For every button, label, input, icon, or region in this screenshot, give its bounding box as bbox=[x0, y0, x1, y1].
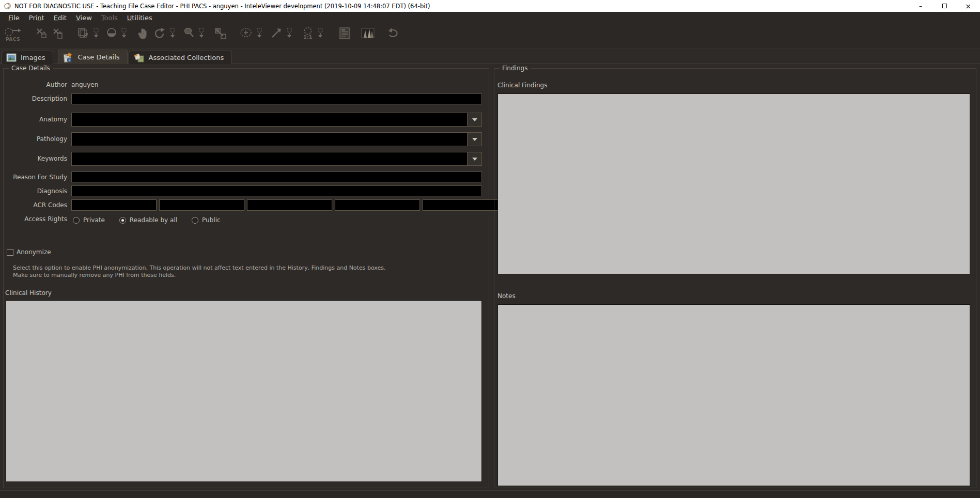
access-rights-label: Access Rights bbox=[5, 215, 67, 223]
associated-collections-tab-icon bbox=[133, 53, 145, 63]
case-details-group-title: Case Details bbox=[9, 65, 53, 72]
clinical-findings-textarea[interactable] bbox=[497, 94, 970, 274]
content-area: Case Details Author anguyen Description … bbox=[0, 64, 980, 498]
menu-print[interactable]: Print bbox=[24, 13, 49, 23]
tab-bar: Images i Case Details Associated Collect… bbox=[0, 49, 980, 64]
send-to-pacs-icon: PACS bbox=[3, 27, 23, 42]
pan-tool-icon bbox=[136, 27, 149, 40]
menu-tools: Tools bbox=[97, 13, 122, 23]
keywords-input[interactable] bbox=[72, 152, 467, 165]
tab-images-label: Images bbox=[21, 54, 45, 61]
resize-image-icon bbox=[214, 27, 227, 40]
anatomy-label: Anatomy bbox=[5, 116, 67, 123]
access-public-option[interactable]: Public bbox=[192, 216, 221, 224]
acr-code-input-4[interactable] bbox=[335, 199, 420, 211]
menu-edit[interactable]: Edit bbox=[49, 13, 71, 23]
app-icon bbox=[4, 2, 11, 10]
magnify-dropdown-icon bbox=[197, 27, 206, 40]
window-title: NOT FOR DIAGNOSTIC USE - Teaching File C… bbox=[14, 3, 909, 10]
access-public-label: Public bbox=[202, 216, 221, 224]
window-level-dropdown-icon bbox=[120, 27, 128, 40]
reason-for-study-label: Reason For Study bbox=[5, 174, 67, 181]
anonymize-help-text: Select this option to enable PHI anonymi… bbox=[13, 264, 397, 278]
keywords-combobox[interactable] bbox=[71, 152, 482, 166]
close-all-studies-icon bbox=[52, 27, 64, 40]
author-label: Author bbox=[5, 81, 67, 88]
anatomy-combobox[interactable] bbox=[71, 113, 482, 127]
actual-size-icon: 1:1 bbox=[302, 27, 314, 40]
clinical-history-textarea[interactable] bbox=[6, 300, 482, 482]
description-input[interactable] bbox=[71, 94, 482, 104]
access-readable-label: Readable by all bbox=[130, 216, 177, 224]
refresh-dropdown-icon bbox=[168, 27, 177, 40]
clinical-findings-label: Clinical Findings bbox=[497, 82, 547, 89]
magnify-icon bbox=[183, 27, 195, 40]
acr-code-input-1[interactable] bbox=[71, 199, 157, 211]
chevron-down-icon bbox=[472, 158, 477, 161]
access-rights-options: Private Readable by all Public bbox=[73, 216, 221, 224]
images-tab-icon bbox=[6, 53, 17, 62]
anonymize-label: Anonymize bbox=[17, 248, 51, 256]
acr-codes-row bbox=[71, 199, 482, 211]
description-label: Description bbox=[5, 95, 67, 102]
radio-button-readable-by-all[interactable] bbox=[119, 217, 126, 224]
svg-text:i: i bbox=[69, 58, 70, 62]
findings-group-title: Findings bbox=[500, 65, 530, 72]
tab-associated-collections-label: Associated Collections bbox=[149, 54, 224, 61]
diagnosis-label: Diagnosis bbox=[5, 188, 67, 195]
radio-button-private[interactable] bbox=[73, 217, 80, 224]
menu-view[interactable]: View bbox=[71, 13, 97, 23]
menu-utilities[interactable]: Utilities bbox=[122, 13, 157, 23]
chevron-down-icon bbox=[472, 138, 477, 141]
anonymize-checkbox[interactable] bbox=[7, 249, 13, 256]
access-private-option[interactable]: Private bbox=[73, 216, 105, 224]
titlebar: NOT FOR DIAGNOSTIC USE - Teaching File C… bbox=[0, 0, 980, 12]
keywords-label: Keywords bbox=[5, 155, 67, 162]
actual-size-dropdown-icon bbox=[316, 27, 324, 40]
pathology-dropdown-button[interactable] bbox=[467, 133, 481, 146]
acr-code-input-3[interactable] bbox=[247, 199, 332, 211]
pathology-label: Pathology bbox=[5, 135, 67, 143]
status-bar bbox=[0, 490, 980, 498]
keywords-dropdown-button[interactable] bbox=[467, 152, 481, 165]
roi-dropdown-icon bbox=[255, 27, 263, 40]
maximize-button[interactable] bbox=[932, 0, 956, 12]
refresh-icon bbox=[153, 27, 166, 40]
anatomy-input[interactable] bbox=[72, 113, 467, 126]
acr-code-input-2[interactable] bbox=[159, 199, 244, 211]
menu-file[interactable]: File bbox=[4, 13, 24, 23]
roi-ellipse-icon bbox=[239, 27, 253, 40]
minimize-button[interactable]: – bbox=[909, 0, 932, 12]
acr-codes-label: ACR Codes bbox=[5, 201, 67, 209]
image-histogram-icon bbox=[361, 27, 375, 40]
arrow-dropdown-icon bbox=[285, 27, 293, 40]
reason-for-study-input[interactable] bbox=[71, 172, 482, 182]
report-icon bbox=[338, 27, 351, 40]
maximize-icon bbox=[942, 4, 947, 8]
pathology-input[interactable] bbox=[72, 133, 467, 146]
close-study-icon bbox=[35, 27, 48, 40]
pathology-combobox[interactable] bbox=[71, 132, 482, 146]
teaching-file-case-editor-window: NOT FOR DIAGNOSTIC USE - Teaching File C… bbox=[0, 0, 980, 498]
access-readable-option[interactable]: Readable by all bbox=[119, 216, 177, 224]
close-button[interactable]: × bbox=[956, 0, 980, 12]
window-level-icon bbox=[105, 27, 118, 40]
clinical-history-label: Clinical History bbox=[5, 289, 52, 297]
toolbar: PACS bbox=[0, 24, 980, 49]
arrow-annotation-icon bbox=[270, 27, 283, 40]
notes-label: Notes bbox=[497, 292, 516, 300]
tab-case-details-label: Case Details bbox=[78, 53, 120, 61]
series-layout-icon bbox=[76, 27, 90, 40]
case-details-tab-icon: i bbox=[63, 52, 74, 63]
anatomy-dropdown-button[interactable] bbox=[467, 113, 481, 126]
author-value: anguyen bbox=[71, 81, 98, 88]
radio-button-public[interactable] bbox=[192, 217, 198, 224]
tab-case-details[interactable]: i Case Details bbox=[58, 50, 128, 64]
tab-associated-collections[interactable]: Associated Collections bbox=[129, 51, 232, 64]
tab-images[interactable]: Images bbox=[2, 51, 53, 64]
diagnosis-input[interactable] bbox=[71, 185, 482, 196]
menubar: File Print Edit View Tools Utilities bbox=[0, 12, 980, 24]
notes-textarea[interactable] bbox=[497, 304, 970, 486]
layout-dropdown-icon bbox=[92, 27, 100, 40]
chevron-down-icon bbox=[472, 118, 477, 121]
